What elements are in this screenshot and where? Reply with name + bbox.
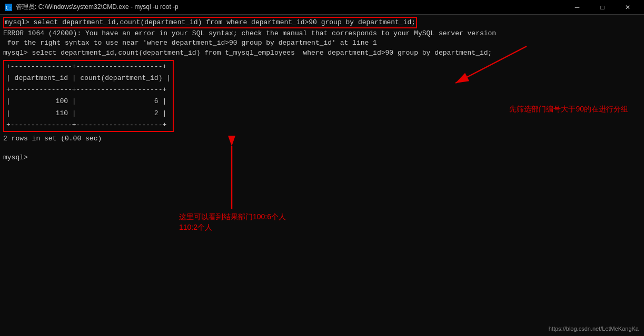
close-button[interactable]: ✕ bbox=[616, 0, 640, 15]
annotation-bottom: 这里可以看到结果部门100:6个人 110:2个人 bbox=[179, 212, 286, 232]
svg-text:C:: C: bbox=[6, 5, 12, 11]
annotation-right: 先筛选部门编号大于90的在进行分组 bbox=[509, 104, 628, 115]
bottom-link: https://blog.csdn.net/LetMeKangKa bbox=[549, 325, 639, 332]
result-info: 2 rows in set (0.00 sec) bbox=[3, 134, 641, 144]
prompt-end: mysql> bbox=[3, 153, 641, 162]
titlebar: C: 管理员: C:\Windows\system32\CMD.exe - my… bbox=[0, 0, 644, 15]
error-line-2: for the right syntax to use near 'where … bbox=[3, 38, 641, 48]
table-sep3: +---------------+---------------------+ bbox=[4, 119, 173, 131]
table-sep1: +---------------+---------------------+ bbox=[4, 61, 173, 73]
table-row2: | 110 | 2 | bbox=[4, 108, 173, 119]
terminal-content[interactable]: mysql> select department_id,count(depart… bbox=[0, 15, 644, 336]
minimize-button[interactable]: ─ bbox=[565, 0, 589, 15]
cmd2-line: mysql> select department_id,count(depart… bbox=[3, 48, 641, 58]
table-header: | department_id | count(department_id) | bbox=[4, 73, 173, 84]
table-row1: | 100 | 6 | bbox=[4, 96, 173, 107]
arrow-bottom bbox=[179, 136, 284, 220]
maximize-button[interactable]: □ bbox=[590, 0, 615, 15]
error-line-1: ERROR 1064 (42000): You have an error in… bbox=[3, 29, 641, 38]
cmd1-line: mysql> select department_id,count(depart… bbox=[3, 17, 641, 28]
cmd-icon: C: bbox=[4, 3, 13, 12]
cmd1-box: mysql> select department_id,count(depart… bbox=[3, 17, 417, 28]
result-table: +---------------+---------------------+ … bbox=[3, 60, 174, 132]
annotation-bottom-line1: 这里可以看到结果部门100:6个人 bbox=[179, 212, 286, 222]
window-title: 管理员: C:\Windows\system32\CMD.exe - mysql… bbox=[16, 3, 565, 12]
annotation-bottom-line2: 110:2个人 bbox=[179, 222, 286, 233]
table-sep2: +---------------+---------------------+ bbox=[4, 84, 173, 96]
window-controls: ─ □ ✕ bbox=[565, 0, 640, 15]
